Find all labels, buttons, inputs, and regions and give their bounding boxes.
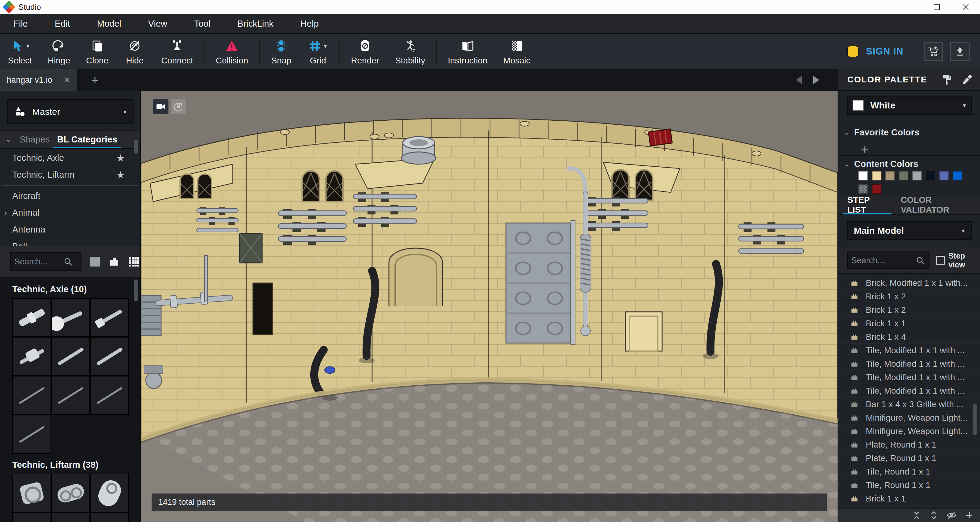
sign-in-button[interactable]: SIGN IN — [866, 46, 904, 57]
category-row[interactable]: › ★ — [0, 183, 141, 188]
step-part-row[interactable]: Brick, Modified 1 x 1 with... — [838, 276, 980, 290]
part-thumbnail[interactable] — [12, 298, 51, 337]
step-part-row[interactable]: Bar 1 x 4 x 3 Grille with ... — [838, 398, 980, 411]
step-view-toggle[interactable]: Step view — [936, 251, 980, 269]
chevron-down-icon[interactable]: ⌄ — [5, 135, 12, 144]
step-part-row[interactable]: Brick 1 x 4 — [838, 330, 980, 344]
part-thumbnail[interactable] — [12, 512, 51, 522]
add-step-icon[interactable] — [965, 511, 974, 520]
content-colors-section[interactable]: ⌄ Content Colors — [838, 155, 980, 172]
step-part-row[interactable]: Tile, Modified 1 x 1 with ... — [838, 384, 980, 398]
snap-tool-button[interactable]: Snap — [263, 34, 299, 68]
brick-mode-button[interactable] — [108, 256, 120, 267]
tab-color-validator[interactable]: COLOR VALIDATOR — [896, 196, 980, 215]
favorite-colors-section[interactable]: ⌄ Favorite Colors — [838, 124, 980, 141]
category-row[interactable]: › Animal ★ — [0, 204, 141, 221]
category-scrollbar[interactable] — [134, 140, 138, 154]
step-part-row[interactable]: Brick 1 x 2 — [838, 303, 980, 317]
step-part-row[interactable]: Brick 1 x 1 — [838, 492, 980, 506]
stability-tool-button[interactable]: Stability — [387, 34, 433, 68]
parts-scrollbar[interactable] — [134, 279, 138, 301]
instruction-tool-button[interactable]: Instruction — [440, 34, 495, 68]
render-tool-button[interactable]: Render — [343, 34, 387, 68]
color-swatch[interactable] — [926, 171, 935, 180]
paint-roller-icon[interactable] — [941, 73, 953, 86]
expand-chevron-icon[interactable]: › — [4, 208, 12, 218]
select-tool-button[interactable]: ▾ Select — [0, 34, 40, 68]
parts-search-box[interactable] — [10, 252, 81, 271]
mosaic-tool-button[interactable]: Mosaic — [495, 34, 538, 68]
part-thumbnail[interactable] — [12, 337, 51, 376]
tab-close-icon[interactable]: ✕ — [64, 75, 70, 85]
step-part-row[interactable]: Brick 1 x 1 — [838, 317, 980, 330]
part-thumbnail[interactable] — [51, 474, 90, 512]
close-button[interactable] — [951, 0, 980, 14]
color-swatch[interactable] — [872, 171, 881, 180]
step-part-row[interactable]: Brick 1 x 2 — [838, 290, 980, 303]
step-search-input[interactable] — [851, 256, 916, 265]
favorite-star-icon[interactable]: ★ — [116, 152, 125, 164]
step-part-row[interactable]: Tile, Round 1 x 1 — [838, 479, 980, 492]
menu-item[interactable]: File — [0, 14, 41, 33]
viewport-3d[interactable]: 1419 total parts — [141, 91, 838, 522]
tab-scroll-left-icon[interactable] — [796, 76, 802, 84]
color-swatch[interactable] — [912, 171, 922, 180]
category-row[interactable]: › Technic, Axle ★ — [0, 150, 141, 166]
menu-item[interactable]: Model — [84, 14, 135, 33]
part-thumbnail[interactable] — [90, 337, 129, 376]
grid-tool-button[interactable]: ▾ Grid — [299, 34, 336, 68]
part-thumbnail[interactable] — [90, 512, 129, 522]
color-swatch[interactable] — [953, 171, 962, 180]
favorite-star-icon[interactable]: ★ — [116, 169, 125, 181]
menu-item[interactable]: View — [135, 14, 181, 33]
step-view-checkbox[interactable] — [936, 256, 945, 265]
category-row[interactable]: › Aircraft ★ — [0, 188, 141, 204]
hinge-tool-button[interactable]: Hinge — [40, 34, 78, 68]
color-swatch[interactable] — [899, 171, 908, 180]
step-part-row[interactable]: Plate, Round 1 x 1 — [838, 438, 980, 452]
part-thumbnail[interactable] — [12, 415, 51, 454]
part-thumbnail[interactable] — [12, 376, 51, 415]
part-thumbnail[interactable] — [51, 337, 90, 376]
camera-view-button[interactable] — [153, 99, 169, 114]
color-swatch[interactable] — [858, 171, 868, 180]
expand-all-icon[interactable] — [929, 511, 939, 520]
step-search-box[interactable] — [847, 251, 929, 269]
connect-tool-button[interactable]: Connect — [153, 34, 201, 68]
hidden-parts-eye-icon[interactable] — [946, 511, 957, 520]
step-part-row[interactable]: Tile, Modified 1 x 1 with ... — [838, 371, 980, 384]
hide-tool-button[interactable]: Hide — [116, 34, 153, 68]
part-thumbnail[interactable] — [12, 474, 51, 512]
menu-item[interactable]: BrickLink — [224, 14, 287, 33]
part-thumbnail[interactable] — [90, 474, 129, 512]
upload-button[interactable] — [950, 42, 970, 61]
part-thumbnail[interactable] — [51, 512, 90, 522]
maximize-button[interactable] — [923, 0, 951, 14]
menu-item[interactable]: Help — [287, 14, 332, 33]
tab-shapes[interactable]: Shapes — [16, 130, 53, 148]
step-part-row[interactable]: Plate, Round 1 x 1 — [838, 452, 980, 465]
color-swatch[interactable] — [885, 171, 895, 180]
model-dropdown[interactable]: Main Model ▾ — [847, 221, 972, 240]
eyedropper-icon[interactable] — [961, 74, 973, 86]
grid-view-button[interactable] — [128, 256, 140, 267]
part-thumbnail[interactable] — [90, 298, 129, 337]
tab-bl-categories[interactable]: BL Categories — [53, 130, 121, 148]
color-swatch[interactable] — [872, 185, 881, 194]
master-step-dropdown[interactable]: Master ▾ — [7, 99, 134, 124]
color-swatch[interactable] — [858, 185, 868, 194]
step-list-scrollbar[interactable] — [973, 404, 977, 435]
collision-tool-button[interactable]: Collision — [208, 34, 256, 68]
step-part-row[interactable]: Tile, Modified 1 x 1 with ... — [838, 357, 980, 371]
clone-tool-button[interactable]: Clone — [78, 34, 116, 68]
cart-button[interactable] — [924, 42, 943, 61]
tab-step-list[interactable]: STEP LIST — [843, 196, 891, 215]
menu-item[interactable]: Tool — [181, 14, 224, 33]
step-part-row[interactable]: Minifigure, Weapon Light... — [838, 425, 980, 438]
category-row[interactable]: › Technic, Liftarm ★ — [0, 166, 141, 183]
new-tab-button[interactable]: + — [88, 73, 102, 87]
parts-search-input[interactable] — [14, 257, 64, 266]
step-part-row[interactable]: Tile, Modified 1 x 1 with ... — [838, 344, 980, 357]
category-row[interactable]: › Antenna ★ — [0, 221, 141, 238]
tab-scroll-right-icon[interactable] — [813, 76, 819, 84]
